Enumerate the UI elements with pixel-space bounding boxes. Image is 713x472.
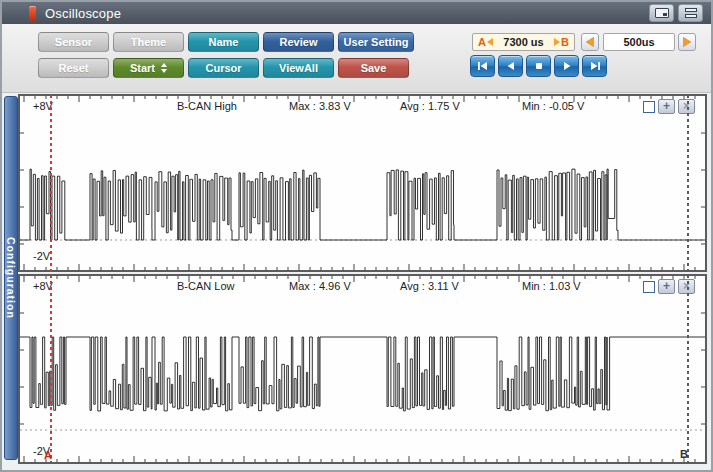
arrow-right-icon [683, 37, 691, 47]
user-setting-button[interactable]: User Setting [338, 32, 414, 52]
min-value-label: Min : 1.03 V [522, 280, 581, 292]
skip-to-end-button[interactable] [582, 55, 607, 77]
titlebar-window-button[interactable] [649, 4, 674, 22]
avg-value-label: Avg : 1.75 V [400, 100, 460, 112]
channel-checkbox[interactable] [643, 101, 655, 113]
ab-time-value: 7300 us [493, 36, 554, 48]
theme-button[interactable]: Theme [113, 32, 184, 52]
oscilloscope-window: Oscilloscope Sensor Theme Name Review Us… [0, 0, 713, 472]
timebase-decrease-button[interactable] [581, 33, 599, 51]
min-value-label: Min : -0.05 V [522, 100, 584, 112]
add-channel-button[interactable]: + [658, 99, 675, 114]
timebase-increase-button[interactable] [678, 33, 696, 51]
name-button[interactable]: Name [188, 32, 259, 52]
max-value-label: Max : 3.83 V [289, 100, 351, 112]
configuration-tab-label: Configuration [5, 237, 17, 319]
timebase-field[interactable]: 500us [603, 33, 675, 51]
review-button[interactable]: Review [263, 32, 334, 52]
skip-to-start-button[interactable] [470, 55, 495, 77]
start-button[interactable]: Start [113, 58, 184, 78]
channel-panel-bcan-low: +8V B-CAN Low Max : 4.96 V Avg : 3.11 V … [18, 274, 707, 464]
spinner-arrows-icon [161, 63, 167, 73]
max-value-label: Max : 4.96 V [289, 280, 351, 292]
channel-name: B-CAN High [177, 100, 237, 112]
configuration-tab[interactable]: Configuration [4, 96, 18, 460]
window-icon [655, 8, 669, 18]
stop-icon [531, 59, 547, 73]
play-right-icon [559, 59, 575, 73]
waveform-bcan-high [20, 96, 705, 270]
channel-panel-bcan-high: +8V B-CAN High Max : 3.83 V Avg : 1.75 V… [18, 94, 707, 272]
app-icon [29, 6, 36, 21]
stacked-panels-icon [685, 8, 697, 18]
skip-end-icon [587, 59, 603, 73]
titlebar-layout-button[interactable] [678, 4, 703, 22]
cursor-ab-time-field[interactable]: A 7300 us B [472, 33, 575, 51]
window-title: Oscilloscope [45, 6, 121, 21]
avg-value-label: Avg : 3.11 V [400, 280, 459, 292]
channel-checkbox[interactable] [643, 281, 655, 293]
scale-bottom-label: -2V [33, 250, 50, 262]
start-button-label: Start [130, 59, 155, 78]
toolbar: Sensor Theme Name Review User Setting Re… [2, 24, 711, 93]
cursor-a-label: A [44, 449, 52, 461]
channel-name: B-CAN Low [177, 280, 234, 292]
skip-start-icon [475, 59, 491, 73]
stop-button[interactable] [526, 55, 551, 77]
add-channel-button[interactable]: + [658, 279, 675, 294]
cursor-b-label: B [680, 448, 688, 460]
sensor-button[interactable]: Sensor [38, 32, 109, 52]
cursor-a-field-label: A [478, 36, 486, 48]
step-forward-button[interactable] [554, 55, 579, 77]
titlebar: Oscilloscope [2, 2, 711, 24]
arrow-left-icon [586, 37, 594, 47]
playback-bar [470, 55, 607, 77]
waveform-bcan-low [20, 276, 705, 462]
step-back-button[interactable] [498, 55, 523, 77]
cursor-b-field-label: B [561, 36, 569, 48]
cursor-a-line[interactable] [50, 95, 52, 462]
cursor-button[interactable]: Cursor [188, 58, 259, 78]
triangle-right-icon [554, 38, 560, 46]
cursor-b-line[interactable] [687, 95, 689, 462]
viewall-button[interactable]: ViewAll [263, 58, 334, 78]
play-left-icon [503, 59, 519, 73]
reset-button[interactable]: Reset [38, 58, 109, 78]
save-button[interactable]: Save [338, 58, 409, 78]
